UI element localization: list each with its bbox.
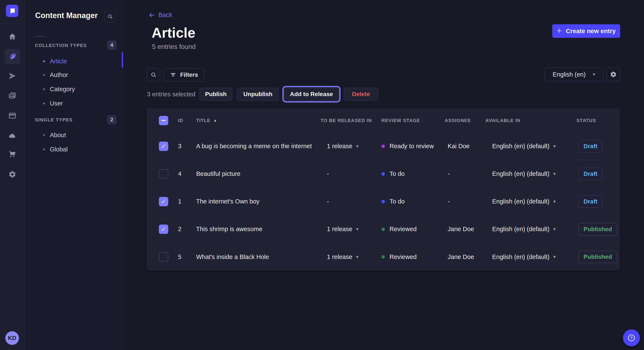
cell-release[interactable]: - ▾	[320, 170, 382, 177]
cell-title: The internet's Own boy	[196, 198, 320, 205]
cell-locale[interactable]: English (en) (default) ▾	[485, 198, 576, 205]
send-icon[interactable]	[5, 68, 20, 84]
select-all-checkbox[interactable]	[159, 116, 168, 125]
svg-text:?: ?	[630, 336, 633, 340]
sidebar-item-author[interactable]: Author	[25, 69, 123, 81]
main-content: Back Article 5 entries found + Create ne…	[123, 0, 644, 350]
status-badge: Draft	[578, 195, 602, 208]
chevron-down-icon: ▾	[356, 226, 358, 232]
entries-count: 5 entries found	[152, 43, 196, 51]
list-settings-button[interactable]	[606, 68, 620, 81]
sidebar-divider	[35, 36, 45, 37]
table-row[interactable]: 4 Beautiful picture - ▾ To do - English …	[147, 160, 620, 188]
cell-locale[interactable]: English (en) (default) ▾	[485, 253, 576, 260]
strapi-logo[interactable]	[6, 5, 18, 17]
stage-dot-icon	[382, 200, 385, 203]
add-to-release-button[interactable]: Add to Release	[284, 88, 338, 101]
settings-gear-icon[interactable]	[5, 167, 20, 182]
row-checkbox[interactable]	[159, 197, 168, 206]
layout-icon[interactable]	[5, 108, 20, 123]
filter-icon	[170, 72, 176, 78]
stage-dot-icon	[382, 172, 385, 176]
unpublish-button[interactable]: Unpublish	[237, 88, 278, 101]
media-library-icon[interactable]	[5, 88, 20, 104]
column-status: STATUS	[576, 118, 620, 123]
cell-locale[interactable]: English (en) (default) ▾	[485, 226, 576, 233]
sidebar-item-article[interactable]: Article	[25, 55, 123, 67]
table-row[interactable]: 2 This shrimp is awesome 1 release ▾ Rev…	[147, 215, 620, 243]
cell-review-stage: Reviewed	[382, 226, 445, 233]
bullet-icon	[43, 149, 45, 150]
bullet-icon	[43, 134, 45, 136]
stage-dot-icon	[382, 255, 385, 259]
stage-label: To do	[390, 198, 405, 205]
strapi-content-manager-screen: KD Content Manager COLLECTION TYPES 4 Ar…	[0, 0, 644, 350]
sidebar-item-user[interactable]: User	[25, 97, 123, 109]
bullet-icon	[43, 60, 45, 62]
chevron-down-icon: ▾	[356, 144, 358, 149]
cell-release[interactable]: 1 release ▾	[320, 226, 382, 233]
back-link[interactable]: Back	[149, 11, 172, 18]
cloud-icon[interactable]	[5, 128, 20, 143]
chevron-down-icon: ▾	[553, 144, 556, 149]
cell-title: What's inside a Black Hole	[196, 253, 320, 260]
help-button[interactable]: ?	[623, 329, 640, 347]
delete-button[interactable]: Delete	[344, 88, 378, 101]
row-checkbox[interactable]	[159, 252, 168, 262]
column-to-be-released-in: TO BE RELEASED IN	[320, 118, 382, 123]
list-search-button[interactable]	[147, 68, 160, 81]
row-checkbox[interactable]	[159, 169, 168, 178]
cell-id: 3	[178, 143, 196, 150]
nav-rail: KD	[0, 0, 25, 350]
search-icon	[150, 72, 156, 78]
publish-button[interactable]: Publish	[200, 88, 232, 101]
page-title: Article	[152, 25, 195, 41]
sidebar-search-button[interactable]	[104, 11, 116, 22]
cell-id: 4	[178, 170, 196, 177]
entries-table: ID TITLE ▲ TO BE RELEASED IN REVIEW STAG…	[147, 108, 620, 270]
strapi-logo-icon	[9, 7, 16, 14]
arrow-left-icon	[149, 12, 156, 18]
content-manager-feather-icon[interactable]	[5, 49, 20, 64]
home-icon[interactable]	[5, 29, 20, 44]
status-badge: Published	[578, 251, 617, 263]
stage-label: To do	[390, 170, 405, 177]
sidebar-item-category[interactable]: Category	[25, 83, 123, 95]
cell-release[interactable]: 1 release ▾	[320, 143, 382, 150]
table-row[interactable]: 1 The internet's Own boy - ▾ To do - Eng…	[147, 188, 620, 215]
cell-release[interactable]: - ▾	[320, 198, 382, 205]
chevron-down-icon: ▾	[553, 226, 556, 232]
chevron-down-icon: ▾	[553, 254, 556, 260]
cell-assignee: Jane Doe	[445, 253, 485, 260]
plus-icon: +	[557, 26, 562, 35]
cell-title: This shrimp is awesome	[196, 226, 320, 233]
sidebar-item-global[interactable]: Global	[25, 143, 123, 155]
create-new-entry-button[interactable]: + Create new entry	[552, 24, 620, 38]
sidebar-item-about[interactable]: About	[25, 129, 123, 141]
single-types-count-badge: 2	[107, 115, 116, 124]
row-checkbox[interactable]	[159, 224, 168, 234]
table-header: ID TITLE ▲ TO BE RELEASED IN REVIEW STAG…	[147, 109, 620, 133]
cell-locale[interactable]: English (en) (default) ▾	[485, 143, 576, 150]
status-badge: Draft	[578, 168, 602, 180]
row-checkbox[interactable]	[159, 142, 168, 151]
cell-id: 5	[178, 253, 196, 260]
table-row[interactable]: 5 What's inside a Black Hole 1 release ▾…	[147, 243, 620, 270]
cell-release[interactable]: 1 release ▾	[320, 253, 382, 260]
stage-label: Reviewed	[390, 253, 416, 260]
locale-select[interactable]: English (en) ▾	[544, 68, 603, 81]
cell-locale[interactable]: English (en) (default) ▾	[485, 170, 576, 177]
table-row[interactable]: 3 A bug is becoming a meme on the intern…	[147, 133, 620, 160]
content-manager-sidebar: Content Manager COLLECTION TYPES 4 Artic…	[25, 0, 123, 350]
user-avatar[interactable]: KD	[5, 331, 19, 345]
stage-label: Reviewed	[390, 226, 416, 233]
bullet-icon	[43, 88, 45, 90]
cell-title: A bug is becoming a meme on the internet	[196, 143, 320, 150]
gear-icon	[610, 71, 617, 78]
bullet-icon	[43, 74, 45, 76]
column-title[interactable]: TITLE ▲	[196, 118, 320, 123]
marketplace-cart-icon[interactable]	[5, 146, 20, 162]
bullet-icon	[43, 103, 45, 104]
filters-button[interactable]: Filters	[164, 68, 204, 81]
question-mark-icon: ?	[627, 334, 636, 342]
